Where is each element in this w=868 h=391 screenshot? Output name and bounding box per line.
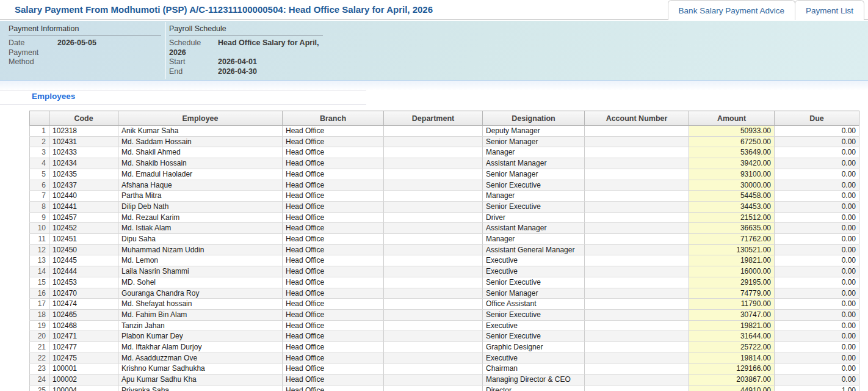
- col-header-department: Department: [384, 111, 483, 126]
- cell-employee: Md. Lemon: [118, 255, 283, 266]
- cell-amount[interactable]: 67250.00: [689, 136, 775, 147]
- cell-employee: Md. Shakib Hossain: [118, 158, 283, 169]
- cell-employee: Md. Iftakhar Alam Durjoy: [118, 342, 283, 353]
- cell-amount[interactable]: 11790.00: [689, 299, 775, 310]
- cell-rownum: 5: [30, 169, 49, 180]
- cell-due: 0.00: [775, 234, 859, 245]
- cell-amount[interactable]: 19821.00: [689, 255, 775, 266]
- cell-employee: Gouranga Chandra Roy: [118, 288, 283, 299]
- cell-employee: Dilip Deb Nath: [118, 201, 283, 212]
- cell-designation: Senior Executive: [483, 180, 585, 191]
- cell-amount[interactable]: 31644.00: [689, 331, 775, 342]
- cell-due: 0.00: [775, 191, 859, 202]
- cell-code: 102474: [49, 299, 118, 310]
- cell-branch: Head Office: [283, 136, 384, 147]
- cell-designation: Executive: [483, 266, 585, 277]
- table-row: 10102452Md. Istiak AlamHead OfficeAssist…: [30, 223, 859, 234]
- cell-branch: Head Office: [283, 299, 384, 310]
- cell-amount[interactable]: 44910.00: [689, 385, 775, 391]
- cell-amount[interactable]: 36635.00: [689, 223, 775, 234]
- cell-designation: Executive: [483, 255, 585, 266]
- cell-department: [384, 277, 483, 288]
- col-header-designation: Designation: [483, 111, 585, 126]
- cell-rownum: 6: [30, 180, 49, 191]
- cell-account-number: [585, 158, 689, 169]
- cell-designation: Graphic Designer: [483, 342, 585, 353]
- cell-amount[interactable]: 30747.00: [689, 309, 775, 320]
- cell-amount[interactable]: 130521.00: [689, 244, 775, 255]
- cell-code: 100004: [49, 385, 118, 391]
- cell-department: [384, 126, 483, 137]
- cell-branch: Head Office: [283, 255, 384, 266]
- cell-due: 0.00: [775, 212, 859, 223]
- table-header-row: Code Employee Branch Department Designat…: [30, 111, 859, 126]
- cell-due: 0.00: [775, 342, 859, 353]
- cell-amount[interactable]: 54458.00: [689, 191, 775, 202]
- cell-code: 102475: [49, 353, 118, 364]
- cell-due: 0.00: [775, 364, 859, 375]
- col-header-amount: Amount: [689, 111, 775, 126]
- cell-employee: Anik Kumar Saha: [118, 126, 283, 137]
- table-row: 22102475Md. Asadduzzman OveHead OfficeEx…: [30, 353, 859, 364]
- cell-amount[interactable]: 30000.00: [689, 180, 775, 191]
- cell-due: 0.00: [775, 136, 859, 147]
- tab-employees[interactable]: Employees: [32, 92, 75, 101]
- bank-salary-payment-advice-button[interactable]: Bank Salary Payment Advice: [668, 0, 795, 20]
- cell-designation: Chairman: [483, 364, 585, 375]
- cell-rownum: 9: [30, 212, 49, 223]
- cell-amount[interactable]: 129166.00: [689, 364, 775, 375]
- cell-amount[interactable]: 203867.00: [689, 375, 775, 386]
- cell-amount[interactable]: 39420.00: [689, 158, 775, 169]
- col-header-branch: Branch: [283, 111, 384, 126]
- cell-due: 0.00: [775, 169, 859, 180]
- cell-due: 0.00: [775, 277, 859, 288]
- cell-amount[interactable]: 74779.00: [689, 288, 775, 299]
- cell-amount[interactable]: 34453.00: [689, 201, 775, 212]
- start-label: Start: [169, 57, 218, 67]
- cell-amount[interactable]: 29195.00: [689, 277, 775, 288]
- cell-department: [384, 266, 483, 277]
- cell-amount[interactable]: 19821.00: [689, 320, 775, 331]
- cell-designation: Senior Manager: [483, 288, 585, 299]
- payment-list-button[interactable]: Payment List: [795, 0, 864, 20]
- table-row: 8102441Dilip Deb NathHead OfficeSenior E…: [30, 201, 859, 212]
- table-row: 2102431Md. Saddam HossainHead OfficeSeni…: [30, 136, 859, 147]
- cell-due: 0.00: [775, 331, 859, 342]
- cell-due: 0.00: [775, 147, 859, 158]
- cell-amount[interactable]: 25722.00: [689, 342, 775, 353]
- cell-branch: Head Office: [283, 158, 384, 169]
- end-value: 2026-04-30: [218, 67, 257, 76]
- cell-amount[interactable]: 71762.00: [689, 234, 775, 245]
- cell-branch: Head Office: [283, 353, 384, 364]
- cell-account-number: [585, 147, 689, 158]
- table-row: 1102318Anik Kumar SahaHead OfficeDeputy …: [30, 126, 859, 137]
- cell-amount[interactable]: 93100.00: [689, 169, 775, 180]
- table-row: 12102450Muhammad Nizam UddinHead OfficeA…: [30, 244, 859, 255]
- table-row: 20102471Plabon Kumar DeyHead OfficeSenio…: [30, 331, 859, 342]
- cell-amount[interactable]: 21512.00: [689, 212, 775, 223]
- cell-code: 102465: [49, 309, 118, 320]
- tab-strip-bottom-line: [0, 104, 366, 105]
- cell-amount[interactable]: 16000.00: [689, 266, 775, 277]
- cell-amount[interactable]: 19814.00: [689, 353, 775, 364]
- table-row: 16102470Gouranga Chandra RoyHead OfficeS…: [30, 288, 859, 299]
- cell-employee: Md. Asadduzzman Ove: [118, 353, 283, 364]
- cell-due: 0.00: [775, 309, 859, 320]
- cell-amount[interactable]: 53649.00: [689, 147, 775, 158]
- top-actions: Bank Salary Payment Advice Payment List: [668, 0, 864, 20]
- cell-branch: Head Office: [283, 266, 384, 277]
- cell-amount[interactable]: 50933.00: [689, 126, 775, 137]
- cell-rownum: 7: [30, 191, 49, 202]
- table-row: 11102451Dipu SahaHead OfficeManager71762…: [30, 234, 859, 245]
- cell-designation: Senior Manager: [483, 169, 585, 180]
- cell-code: 102450: [49, 244, 118, 255]
- cell-employee: Md. Shefayat hossain: [118, 299, 283, 310]
- cell-branch: Head Office: [283, 212, 384, 223]
- cell-code: 100002: [49, 375, 118, 386]
- cell-branch: Head Office: [283, 331, 384, 342]
- cell-account-number: [585, 234, 689, 245]
- cell-designation: Assistant General Manager: [483, 244, 585, 255]
- cell-employee: Tanzin Jahan: [118, 320, 283, 331]
- cell-account-number: [585, 375, 689, 386]
- cell-department: [384, 234, 483, 245]
